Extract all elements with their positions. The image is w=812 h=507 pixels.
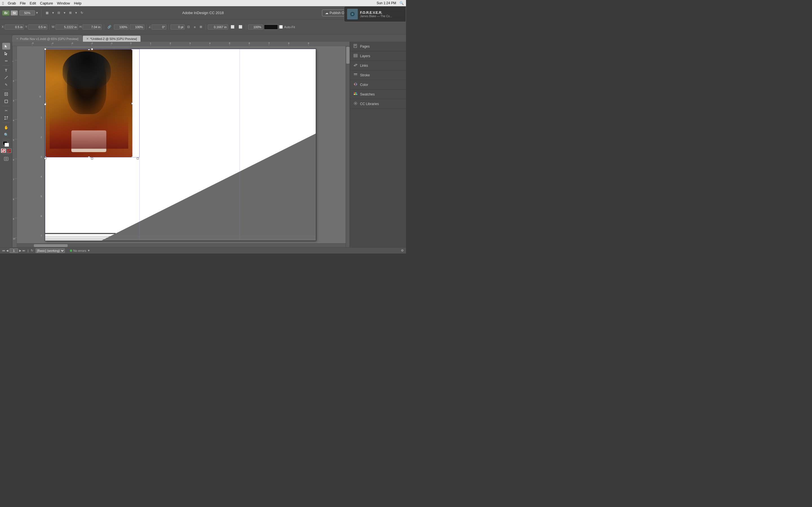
stroke-input[interactable] bbox=[170, 24, 185, 30]
menu-window[interactable]: Window bbox=[57, 1, 70, 5]
search-icon-menu[interactable]: 🔍 bbox=[400, 1, 404, 5]
tab-close-2[interactable]: ✕ bbox=[86, 37, 89, 40]
canvas-area[interactable]: 0 1 2 3 4 5 6 7 8 9 bbox=[17, 46, 350, 247]
frame-handle-bm[interactable] bbox=[91, 158, 93, 159]
view-mode-btn3[interactable]: ⊞ bbox=[68, 10, 73, 15]
hand-tool[interactable]: ✋ bbox=[2, 124, 10, 131]
v-scroll-thumb[interactable] bbox=[346, 47, 350, 64]
view-mode-btn2[interactable]: ⊟ bbox=[56, 10, 61, 15]
horizontal-scrollbar[interactable] bbox=[17, 243, 346, 247]
type-tool[interactable]: T bbox=[2, 67, 10, 73]
pencil-tool[interactable]: ✎ bbox=[2, 81, 10, 88]
layout-dropdown[interactable]: [Basic] (working) bbox=[36, 248, 65, 253]
constrain-btn[interactable]: 🔗 bbox=[106, 24, 113, 30]
handle-br[interactable] bbox=[132, 156, 133, 158]
prev-page-btn[interactable]: ◀ bbox=[6, 249, 8, 252]
zoom-input[interactable] bbox=[19, 10, 35, 15]
h-scroll-thumb[interactable] bbox=[34, 244, 68, 247]
autofit-checkbox[interactable] bbox=[279, 25, 283, 29]
status-settings-btn[interactable]: ⚙ bbox=[401, 249, 404, 252]
frame-handle-tl[interactable] bbox=[44, 48, 46, 50]
fill-stroke-colors[interactable] bbox=[2, 140, 10, 147]
field2-input[interactable] bbox=[248, 24, 263, 30]
rectangle-tool[interactable] bbox=[2, 98, 10, 105]
h-input[interactable]: 7.04 in bbox=[83, 24, 102, 30]
flip-h-btn[interactable]: ⬜ bbox=[229, 24, 236, 30]
panel-color[interactable]: Color bbox=[350, 80, 406, 90]
rotate-page-btn[interactable]: ↻ bbox=[79, 10, 85, 15]
menu-file[interactable]: File bbox=[20, 1, 26, 5]
normal-mode-btn[interactable] bbox=[1, 149, 6, 153]
frame-handle-ml[interactable] bbox=[44, 103, 46, 105]
view-dropdown3[interactable]: ▼ bbox=[75, 11, 78, 14]
view-mode-btn1[interactable]: ▦ bbox=[44, 10, 50, 15]
direct-selection-tool[interactable] bbox=[2, 50, 10, 57]
menu-capture[interactable]: Capture bbox=[40, 1, 53, 5]
svg-rect-57 bbox=[4, 116, 5, 117]
errors-dropdown[interactable]: ▼ bbox=[87, 249, 90, 252]
x-input[interactable]: 0.5 in bbox=[5, 24, 24, 30]
rectangle-frame-tool[interactable] bbox=[2, 91, 10, 98]
apple-menu[interactable]:  bbox=[2, 1, 4, 6]
line-tool[interactable] bbox=[2, 74, 10, 81]
ruler-left-num-7: 7 bbox=[41, 234, 42, 237]
first-page-btn[interactable]: ⏮ bbox=[2, 249, 5, 252]
next-page-btn[interactable]: ▶ bbox=[19, 249, 21, 252]
w-group: W: 5.2222 in bbox=[52, 24, 78, 30]
tab-profile-nov[interactable]: ✕ Profile Nov v1.indd @ 65% [GPU Preview… bbox=[12, 36, 82, 42]
panel-links[interactable]: Links bbox=[350, 61, 406, 70]
scale-h-input[interactable] bbox=[130, 24, 144, 30]
stroke-color-swatch[interactable] bbox=[264, 24, 278, 30]
ruler-left-num-3: 3 bbox=[41, 156, 42, 158]
w-input[interactable]: 5.2222 in bbox=[56, 24, 78, 30]
zoom-tool[interactable]: 🔍 bbox=[2, 131, 10, 138]
selection-tool[interactable] bbox=[2, 43, 10, 50]
menu-edit[interactable]: Edit bbox=[30, 1, 36, 5]
panel-pages[interactable]: Pages bbox=[350, 42, 406, 51]
y-input[interactable]: 0.5 in bbox=[28, 24, 47, 30]
bridge-btn[interactable]: Br bbox=[2, 10, 10, 15]
tab-close-1[interactable]: ✕ bbox=[16, 37, 18, 40]
align-center-btn[interactable]: ≡ bbox=[192, 24, 197, 30]
view-dropdown1[interactable]: ▼ bbox=[52, 11, 54, 14]
handle-bm[interactable] bbox=[88, 156, 90, 158]
refresh-btn[interactable]: ↻ bbox=[31, 249, 33, 252]
flip-v-btn[interactable]: ⬜ bbox=[237, 24, 244, 30]
frame-handle-tm[interactable] bbox=[91, 48, 93, 50]
last-page-btn[interactable]: ⏭ bbox=[22, 249, 26, 252]
handle-mr[interactable] bbox=[132, 103, 133, 105]
image-frame[interactable] bbox=[45, 49, 133, 158]
handle-tr[interactable] bbox=[132, 49, 133, 50]
preview-mode-btn[interactable] bbox=[6, 149, 11, 153]
rotation-input[interactable] bbox=[152, 24, 166, 30]
frame-handle-br[interactable] bbox=[137, 158, 139, 159]
panel-stroke-label: Stroke bbox=[360, 73, 370, 77]
page-number-input[interactable]: 1 bbox=[10, 248, 18, 253]
panel-stroke[interactable]: Stroke bbox=[350, 70, 406, 80]
menu-help[interactable]: Help bbox=[74, 1, 82, 5]
panel-swatches[interactable]: Swatches bbox=[350, 90, 406, 99]
view-dropdown2[interactable]: ▼ bbox=[63, 11, 66, 14]
ruler-left-num-6: 6 bbox=[41, 215, 42, 217]
svg-text:5: 5 bbox=[13, 139, 14, 141]
tab-untitled2[interactable]: ✕ *Untitled-2 @ 50% [GPU Preview] bbox=[83, 36, 141, 42]
align-right-btn[interactable]: ⊞ bbox=[198, 24, 204, 30]
transform-tool[interactable] bbox=[2, 115, 10, 121]
menu-grab[interactable]: Grab bbox=[8, 1, 16, 5]
stock-btn[interactable]: St bbox=[11, 10, 18, 15]
scale-w-input[interactable] bbox=[114, 24, 129, 30]
pages-icon bbox=[353, 44, 358, 49]
tool-sep4 bbox=[3, 122, 10, 123]
align-left-btn[interactable]: ⊡ bbox=[186, 24, 191, 30]
scissors-tool[interactable]: ✂ bbox=[2, 107, 10, 114]
panel-layers[interactable]: Layers bbox=[350, 51, 406, 61]
zoom-dropdown-icon[interactable]: ▼ bbox=[36, 11, 38, 14]
media-btn[interactable] bbox=[2, 156, 10, 162]
vertical-scrollbar[interactable] bbox=[346, 46, 350, 247]
panel-cclibraries[interactable]: CC Libraries bbox=[350, 99, 406, 109]
ruler-left-num-5: 5 bbox=[41, 195, 42, 198]
gap-tool[interactable]: ⇔ bbox=[2, 57, 10, 64]
field1-input[interactable] bbox=[208, 24, 228, 30]
handle-tm[interactable] bbox=[88, 49, 90, 50]
frame-handle-bl[interactable] bbox=[44, 158, 46, 159]
